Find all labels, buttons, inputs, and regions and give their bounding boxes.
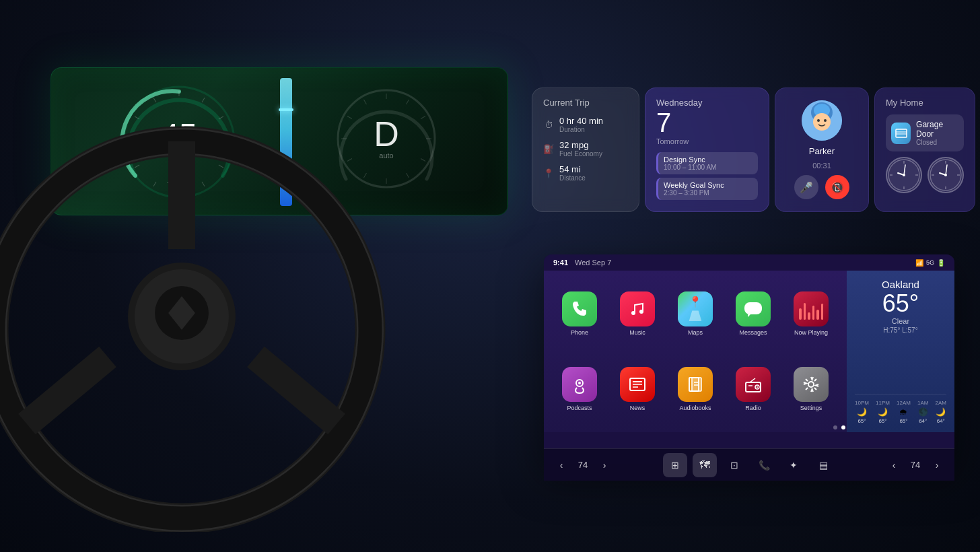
trip-widget-title: Current Trip xyxy=(543,98,628,108)
music-app-label: Music xyxy=(629,329,645,336)
app-news[interactable]: News xyxy=(608,351,666,427)
news-app-icon[interactable] xyxy=(620,367,655,402)
svg-line-15 xyxy=(407,100,409,104)
garage-door-name: Garage Door xyxy=(916,120,958,139)
audiobooks-app-icon[interactable] xyxy=(678,367,713,402)
svg-line-24 xyxy=(347,116,352,119)
svg-point-67 xyxy=(757,386,758,388)
right-back-button[interactable]: ‹ xyxy=(882,453,906,477)
messages-app-icon[interactable] xyxy=(736,291,771,326)
call-contact-avatar xyxy=(802,100,842,141)
dash-button[interactable]: ▤ xyxy=(811,453,835,477)
hourly-item-4: 1AM 🌑 64° xyxy=(917,400,928,424)
svg-line-19 xyxy=(407,173,409,178)
trip-duration-value: 0 hr 40 min xyxy=(559,116,603,126)
calendar-day-name: Wednesday xyxy=(656,98,758,108)
hourly-item-2: 11PM 🌙 65° xyxy=(876,400,890,424)
settings-app-icon[interactable] xyxy=(794,367,829,402)
svg-point-56 xyxy=(578,382,581,384)
weather-temperature: 65° xyxy=(855,290,946,317)
svg-line-12 xyxy=(153,98,156,102)
gear-display: D auto xyxy=(374,116,399,160)
carplay-toolbar: ‹ 74 › ⊞ 🗺 ⊡ 📞 ✦ ▤ ‹ 74 › xyxy=(544,448,954,481)
cal-event1-title: Design Sync xyxy=(664,156,753,164)
analog-clock-1 xyxy=(886,157,922,193)
app-audiobooks[interactable]: Audiobooks xyxy=(666,351,724,427)
call-controls: 🎤 📵 xyxy=(794,175,849,199)
back-button[interactable]: ‹ xyxy=(549,453,573,477)
radio-app-label: Radio xyxy=(745,405,761,411)
calendar-event-2[interactable]: Weekly Goal Sync 2:30 – 3:30 PM xyxy=(656,178,758,200)
svg-line-2 xyxy=(202,98,205,102)
svg-line-25 xyxy=(364,100,367,104)
podcasts-app-icon[interactable] xyxy=(562,367,597,402)
trip-economy-label: Fuel Economy xyxy=(559,150,602,158)
grid-view-button[interactable]: ⊞ xyxy=(663,453,687,477)
app-maps[interactable]: 📍 Maps xyxy=(666,276,724,351)
weather-range: H:75° L:57° xyxy=(855,326,946,334)
widget-current-trip[interactable]: Current Trip ⏱ 0 hr 40 min Duration ⛽ 32… xyxy=(532,88,639,212)
app-podcasts[interactable]: Podcasts xyxy=(551,351,608,427)
svg-point-42 xyxy=(903,174,905,176)
maps-app-icon[interactable]: 📍 xyxy=(678,291,713,326)
end-call-button[interactable]: 📵 xyxy=(825,175,849,199)
weather-high: H:75° xyxy=(883,326,900,334)
page-indicator xyxy=(833,425,845,429)
svg-line-21 xyxy=(364,173,367,178)
right-volume-number[interactable]: 74 xyxy=(907,460,923,470)
svg-point-30 xyxy=(817,119,820,122)
toolbar-left-nav: ‹ 74 › xyxy=(544,453,622,477)
app-nowplaying[interactable]: Now Playing xyxy=(782,276,840,351)
app-grid: Phone Music 📍 xyxy=(544,271,847,432)
app-phone[interactable]: Phone xyxy=(551,276,608,351)
music-app-icon[interactable] xyxy=(620,291,655,326)
phone-toolbar-button[interactable]: 📞 xyxy=(752,453,776,477)
trip-economy-value: 32 mpg xyxy=(559,140,602,150)
forward-button[interactable]: › xyxy=(592,453,617,477)
svg-line-22 xyxy=(347,159,352,162)
widget-home[interactable]: My Home Garage Door Closed xyxy=(874,88,975,212)
signal-icon: 📶 xyxy=(915,259,923,267)
messages-app-label: Messages xyxy=(739,329,767,336)
gear-indicator: D auto xyxy=(332,81,440,203)
right-forward-button[interactable]: › xyxy=(925,453,949,477)
charge-indicator xyxy=(279,108,293,111)
mute-button[interactable]: 🎤 xyxy=(794,175,818,199)
call-duration: 00:31 xyxy=(812,162,831,170)
svg-line-8 xyxy=(153,182,156,186)
phone-app-icon[interactable] xyxy=(562,291,597,326)
hourly-item-1: 10PM 🌙 65° xyxy=(855,400,869,424)
home-widget-title: My Home xyxy=(886,98,964,108)
status-date: Wed Sep 7 xyxy=(575,258,611,267)
maps-app-label: Maps xyxy=(688,329,703,336)
status-time: 9:41 xyxy=(553,258,568,267)
nowplaying-app-icon[interactable] xyxy=(794,291,829,326)
svg-rect-32 xyxy=(896,129,907,137)
fan-button[interactable]: ✦ xyxy=(781,453,806,477)
maps-toolbar-button[interactable]: 🗺 xyxy=(693,453,717,477)
fuel-icon: ⛽ xyxy=(543,143,554,154)
weather-city: Oakland xyxy=(855,279,946,290)
app-settings[interactable]: Settings xyxy=(782,351,840,427)
trip-distance-label: Distance xyxy=(559,174,586,182)
trip-distance-item: 📍 54 mi Distance xyxy=(543,164,628,182)
svg-line-5 xyxy=(219,165,223,168)
app-music[interactable]: Music xyxy=(608,276,666,351)
widget-panel: Current Trip ⏱ 0 hr 40 min Duration ⛽ 32… xyxy=(532,88,969,212)
library-button[interactable]: ⊡ xyxy=(722,453,746,477)
speed-display: 45 mph xyxy=(161,119,197,161)
app-radio[interactable]: Radio xyxy=(724,351,782,427)
page-dot-2[interactable] xyxy=(841,425,845,429)
app-messages[interactable]: Messages xyxy=(724,276,782,351)
garage-door-item[interactable]: Garage Door Closed xyxy=(886,114,964,151)
widget-active-call[interactable]: Parker 00:31 🎤 📵 xyxy=(775,88,869,212)
calendar-event-1[interactable]: Design Sync 10:00 – 11:00 AM xyxy=(656,152,758,174)
svg-line-9 xyxy=(135,165,139,168)
volume-number[interactable]: 74 xyxy=(575,460,591,470)
toolbar-center-controls: ⊞ 🗺 ⊡ 📞 ✦ ▤ xyxy=(622,453,876,477)
page-dot-1[interactable] xyxy=(833,425,837,429)
widget-calendar[interactable]: Wednesday 7 Tomorrow Design Sync 10:00 –… xyxy=(645,88,769,212)
hourly-item-3: 12AM 🌧 65° xyxy=(897,400,911,424)
radio-app-icon[interactable] xyxy=(736,367,771,402)
calendar-day-number: 7 xyxy=(656,109,758,136)
